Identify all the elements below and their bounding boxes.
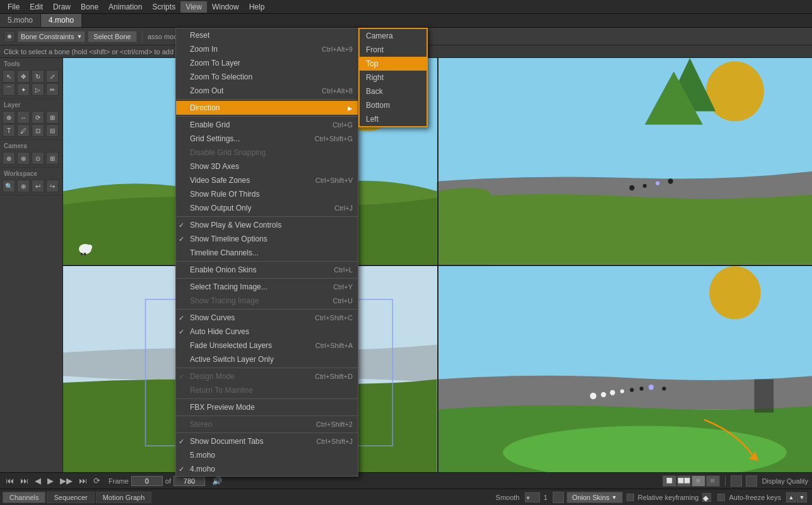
- separator-10: [176, 432, 358, 433]
- menu-enable-onion-skins[interactable]: Enable Onion Skins Ctrl+L: [176, 263, 358, 277]
- layer-tool-2[interactable]: ↔: [17, 111, 30, 124]
- split-button[interactable]: [746, 475, 757, 487]
- layout-2[interactable]: ⬜⬜: [677, 475, 691, 487]
- audio-button[interactable]: 🔊: [210, 475, 224, 486]
- menu-file[interactable]: File: [3, 1, 25, 13]
- layer-tool-4[interactable]: ⊞: [46, 111, 59, 124]
- menu-show-3d-axes[interactable]: Show 3D Axes: [176, 160, 358, 173]
- scroll-down[interactable]: ▼: [797, 492, 807, 502]
- submenu-back[interactable]: Back: [360, 84, 427, 98]
- workspace-tool-1[interactable]: 🔍: [3, 180, 15, 192]
- tool-bend[interactable]: ⌒: [3, 83, 15, 96]
- viewport-bottomright[interactable]: [438, 266, 813, 473]
- layer-tool-3[interactable]: ⟳: [32, 111, 44, 124]
- workspace-tool-4[interactable]: ↪: [46, 180, 59, 192]
- menu-show-timeline-options[interactable]: Show Timeline Options: [176, 232, 358, 246]
- play-button[interactable]: ▶: [45, 475, 56, 486]
- menu-show-document-tabs[interactable]: Show Document Tabs Ctrl+Shift+J: [176, 434, 358, 448]
- layer-tool-7[interactable]: ⊡: [32, 124, 44, 137]
- menu-animation[interactable]: Animation: [103, 1, 147, 13]
- total-frames-input[interactable]: [174, 476, 205, 486]
- menu-view[interactable]: View: [180, 1, 207, 13]
- workspace-tool-3[interactable]: ↩: [32, 180, 44, 192]
- camera-tool-1[interactable]: ⊕: [3, 152, 15, 165]
- viewport-topright[interactable]: [438, 58, 813, 265]
- tool-paint[interactable]: ✏: [46, 83, 59, 96]
- onion-skins-button[interactable]: Onion Skins ▼: [567, 492, 623, 503]
- camera-tool-4[interactable]: ⊞: [46, 152, 59, 165]
- menu-draw[interactable]: Draw: [48, 1, 76, 13]
- menu-grid-settings[interactable]: Grid Settings... Ctrl+Shift+G: [176, 132, 358, 146]
- menu-zoom-in[interactable]: Zoom In Ctrl+Alt+9: [176, 42, 358, 56]
- layer-tool-5[interactable]: T: [3, 124, 15, 137]
- menu-reset[interactable]: Reset: [176, 28, 358, 42]
- workspace-tool-2[interactable]: ⊕: [17, 180, 30, 192]
- menu-edit[interactable]: Edit: [25, 1, 48, 13]
- menu-show-curves[interactable]: Show Curves Ctrl+Shift+C: [176, 311, 358, 325]
- menu-video-safe-zones[interactable]: Video Safe Zones Ctrl+Shift+V: [176, 173, 358, 187]
- menu-timeline-channels[interactable]: Timeline Channels...: [176, 246, 358, 260]
- play-prev-button[interactable]: ⏮: [4, 475, 16, 486]
- menu-fade-unselected[interactable]: Fade Unselected Layers Ctrl+Shift+A: [176, 339, 358, 352]
- tool-move[interactable]: ✥: [17, 70, 30, 83]
- layout-4[interactable]: ⊞: [691, 475, 705, 487]
- menu-show-play-controls[interactable]: Show Play & View Controls: [176, 218, 358, 232]
- menu-zoom-to-selection[interactable]: Zoom To Selection: [176, 70, 358, 84]
- menu-help[interactable]: Help: [244, 1, 270, 13]
- tab-4moho[interactable]: 4.moho: [41, 14, 82, 27]
- layer-tool-8[interactable]: ⊟: [46, 124, 59, 137]
- play-end-button[interactable]: ⏭: [77, 475, 89, 486]
- bone-constraints-dropdown[interactable]: Bone Constraints ▼: [18, 31, 85, 42]
- frame-input[interactable]: [131, 476, 163, 486]
- scroll-up[interactable]: ▲: [786, 492, 796, 502]
- tool-bone[interactable]: ✦: [17, 83, 30, 96]
- tab-motion-graph[interactable]: Motion Graph: [96, 492, 152, 503]
- onion-checkbox[interactable]: [627, 494, 634, 501]
- tab-5moho[interactable]: 5.moho: [0, 14, 41, 27]
- layer-tool-1[interactable]: ⊕: [3, 111, 15, 124]
- play-forward-button[interactable]: ▶▶: [58, 475, 74, 486]
- smooth-dropdown[interactable]: ▼: [525, 492, 540, 502]
- menu-active-switch[interactable]: Active Switch Layer Only: [176, 352, 358, 366]
- submenu-left[interactable]: Left: [360, 112, 427, 126]
- keyframe-icon[interactable]: ◆: [702, 493, 711, 502]
- camera-tool-2[interactable]: ⊗: [17, 152, 30, 165]
- menu-zoom-out[interactable]: Zoom Out Ctrl+Alt+8: [176, 84, 358, 98]
- menu-bone[interactable]: Bone: [76, 1, 103, 13]
- menu-select-tracing[interactable]: Select Tracing Image... Ctrl+Y: [176, 280, 358, 294]
- sync-button[interactable]: [731, 475, 742, 487]
- menu-doc-4moho[interactable]: 4.moho: [176, 462, 358, 476]
- menu-window[interactable]: Window: [207, 1, 244, 13]
- tool-select[interactable]: ▷: [32, 83, 44, 96]
- tool-rotate[interactable]: ↻: [32, 70, 44, 83]
- menu-scripts[interactable]: Scripts: [147, 1, 180, 13]
- submenu-front[interactable]: Front: [360, 43, 427, 57]
- submenu-bottom[interactable]: Bottom: [360, 98, 427, 112]
- layout-1[interactable]: ⬜: [662, 475, 676, 487]
- select-bone-button[interactable]: Select Bone: [88, 31, 136, 42]
- fps-button[interactable]: [553, 492, 564, 503]
- layout-custom[interactable]: ⊟: [706, 475, 720, 487]
- menu-enable-grid[interactable]: Enable Grid Ctrl+G: [176, 118, 358, 132]
- layer-tool-6[interactable]: 🖊: [17, 124, 30, 137]
- menu-fbx-preview[interactable]: FBX Preview Mode: [176, 400, 358, 414]
- submenu-right[interactable]: Right: [360, 71, 427, 84]
- autofreeze-checkbox[interactable]: [717, 494, 725, 501]
- menu-rule-of-thirds[interactable]: Show Rule Of Thirds: [176, 187, 358, 201]
- menu-zoom-to-layer[interactable]: Zoom To Layer: [176, 56, 358, 70]
- play-loop-button[interactable]: ⟳: [91, 475, 102, 486]
- submenu-camera[interactable]: Camera: [360, 29, 427, 43]
- play-start-button[interactable]: ⏭: [18, 475, 30, 486]
- tool-scale[interactable]: ⤢: [46, 70, 59, 83]
- tool-arrow[interactable]: ↖: [3, 70, 15, 83]
- menu-direction[interactable]: Direction ▶: [176, 101, 358, 115]
- camera-tool-3[interactable]: ⊙: [32, 152, 44, 165]
- play-back-button[interactable]: ◀: [33, 475, 43, 486]
- tab-channels[interactable]: Channels: [3, 492, 45, 503]
- menu-show-output-only[interactable]: Show Output Only Ctrl+J: [176, 201, 358, 215]
- menu-auto-hide-curves[interactable]: Auto Hide Curves: [176, 325, 358, 339]
- tab-sequencer[interactable]: Sequencer: [47, 492, 94, 503]
- submenu-top[interactable]: Top: [360, 57, 427, 71]
- bone-icon[interactable]: [4, 31, 15, 42]
- menu-doc-5moho[interactable]: 5.moho: [176, 448, 358, 462]
